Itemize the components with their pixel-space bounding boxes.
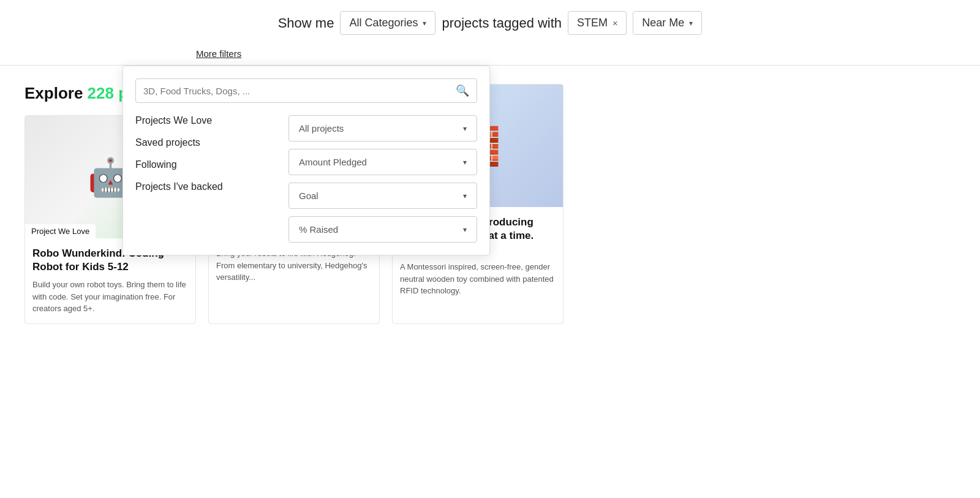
- dropdown-search-bar: 🔍: [135, 78, 477, 103]
- category-dropdown[interactable]: All Categories ▾: [340, 11, 435, 35]
- filter-option-saved-projects[interactable]: Saved projects: [135, 137, 270, 148]
- projects-tagged-text: projects tagged with: [442, 15, 562, 31]
- stem-tag-label: STEM: [577, 17, 608, 29]
- sort-label-all-projects: All projects: [299, 123, 344, 134]
- show-me-label: Show me: [278, 15, 334, 31]
- dropdown-search-input[interactable]: [143, 86, 456, 96]
- sort-label-percent-raised: % Raised: [299, 224, 338, 235]
- near-me-dropdown-label: Near Me: [642, 17, 684, 29]
- filter-options-list: Projects We Love Saved projects Followin…: [135, 115, 270, 243]
- filter-option-projects-we-love[interactable]: Projects We Love: [135, 115, 270, 126]
- sort-arrow-amount-pledged: ▾: [463, 158, 467, 167]
- card-desc-3: A Montessori inspired, screen-free, gend…: [400, 261, 556, 297]
- category-dropdown-label: All Categories: [349, 17, 418, 29]
- stem-tag-close[interactable]: ×: [612, 18, 617, 28]
- main-content: Explore 228 projects 🤖 Project We Love R…: [0, 66, 980, 324]
- sort-arrow-goal: ▾: [463, 192, 467, 200]
- sort-arrow-percent-raised: ▾: [463, 225, 467, 234]
- card-badge-1: Project We Love: [25, 224, 96, 238]
- sort-dropdowns: All projects ▾ Amount Pledged ▾ Goal ▾ %…: [288, 115, 477, 243]
- stem-tag[interactable]: STEM ×: [568, 11, 627, 35]
- sort-dropdown-amount-pledged[interactable]: Amount Pledged ▾: [288, 149, 477, 175]
- sort-label-amount-pledged: Amount Pledged: [299, 157, 367, 167]
- near-me-dropdown-arrow: ▾: [689, 19, 693, 28]
- category-dropdown-arrow: ▾: [423, 19, 426, 28]
- near-me-dropdown[interactable]: Near Me ▾: [633, 11, 702, 35]
- sort-dropdown-all-projects[interactable]: All projects ▾: [288, 115, 477, 141]
- sort-dropdown-goal[interactable]: Goal ▾: [288, 183, 477, 209]
- search-icon[interactable]: 🔍: [456, 84, 469, 97]
- more-filters-link[interactable]: More filters: [196, 48, 241, 59]
- sort-dropdown-percent-raised[interactable]: % Raised ▾: [288, 216, 477, 243]
- dropdown-body: Projects We Love Saved projects Followin…: [135, 115, 477, 243]
- dropdown-overlay: 🔍 Projects We Love Saved projects Follow…: [123, 66, 490, 255]
- filter-option-backed[interactable]: Projects I've backed: [135, 181, 270, 192]
- filter-option-following[interactable]: Following: [135, 159, 270, 170]
- explore-prefix: Explore: [24, 84, 88, 102]
- sort-label-goal: Goal: [299, 191, 318, 201]
- filter-bar: Show me All Categories ▾ projects tagged…: [0, 0, 980, 42]
- more-filters-bar: More filters: [0, 42, 980, 59]
- sort-arrow-all-projects: ▾: [463, 124, 467, 133]
- card-desc-1: Build your own robot toys. Bring them to…: [32, 279, 188, 315]
